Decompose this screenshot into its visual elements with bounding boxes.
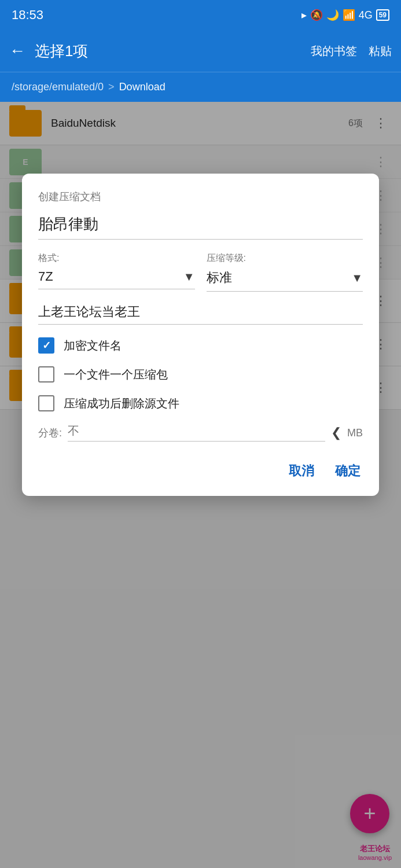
page-title: 选择1项 [35,41,311,61]
bookmark-button[interactable]: 我的书签 [311,43,357,59]
password-input[interactable] [38,304,363,325]
one-file-archive-label: 一个文件一个压缩包 [64,367,168,382]
format-field: 格式: 7Z ▼ [38,252,195,292]
format-select[interactable]: 7Z ▼ [38,269,195,289]
level-value: 标准 [207,269,232,286]
wifi-icon: 📶 [343,9,355,21]
signal-icon: 4G [359,9,373,21]
level-select[interactable]: 标准 ▼ [207,269,363,292]
top-bar: ← 选择1项 我的书签 粘贴 [0,30,401,72]
breadcrumb-path[interactable]: /storage/emulated/0 [12,81,104,93]
split-unit: MB [347,427,363,439]
breadcrumb-current[interactable]: Download [119,81,165,93]
top-actions: 我的书签 粘贴 [311,43,392,59]
delete-source-checkbox[interactable] [38,395,54,411]
one-file-archive-checkbox[interactable] [38,366,54,382]
moon-icon: 🌙 [326,9,339,21]
breadcrumb-separator: > [108,81,115,93]
cancel-button[interactable]: 取消 [286,458,317,484]
format-value: 7Z [38,269,53,284]
format-dropdown-icon: ▼ [183,270,195,284]
create-archive-dialog: 创建压缩文档 格式: 7Z ▼ 压缩等级: 标准 ▼ 加密文件名 一个文件一个压… [22,174,379,496]
level-dropdown-icon: ▼ [351,271,363,285]
encrypt-filename-checkbox-row[interactable]: 加密文件名 [38,337,363,354]
confirm-button[interactable]: 确定 [333,458,363,484]
split-row: 分卷: ❮ MB [38,424,363,442]
notifications-icon: 🔕 [310,9,323,21]
back-button[interactable]: ← [9,42,25,60]
delete-source-checkbox-row[interactable]: 压缩成功后删除源文件 [38,395,363,411]
battery-icon: 59 [376,9,389,21]
status-icons: ▸ 🔕 🌙 📶 4G 59 [301,9,389,21]
bluetooth-icon: ▸ [301,9,307,21]
format-level-row: 格式: 7Z ▼ 压缩等级: 标准 ▼ [38,252,363,292]
level-field: 压缩等级: 标准 ▼ [207,252,363,292]
format-label: 格式: [38,252,195,264]
encrypt-filename-checkbox[interactable] [38,337,54,354]
breadcrumb: /storage/emulated/0 > Download [0,72,401,102]
split-label: 分卷: [38,426,62,440]
split-input[interactable] [68,424,325,442]
level-label: 压缩等级: [207,252,363,264]
delete-source-label: 压缩成功后删除源文件 [64,396,179,411]
status-bar: 18:53 ▸ 🔕 🌙 📶 4G 59 [0,0,401,30]
archive-name-input[interactable] [38,215,363,240]
split-back-icon[interactable]: ❮ [331,425,341,440]
encrypt-filename-label: 加密文件名 [64,338,122,354]
dialog-title: 创建压缩文档 [38,190,363,204]
dialog-actions: 取消 确定 [38,458,363,484]
paste-button[interactable]: 粘贴 [369,43,392,59]
status-time: 18:53 [12,8,43,23]
one-file-archive-checkbox-row[interactable]: 一个文件一个压缩包 [38,366,363,382]
